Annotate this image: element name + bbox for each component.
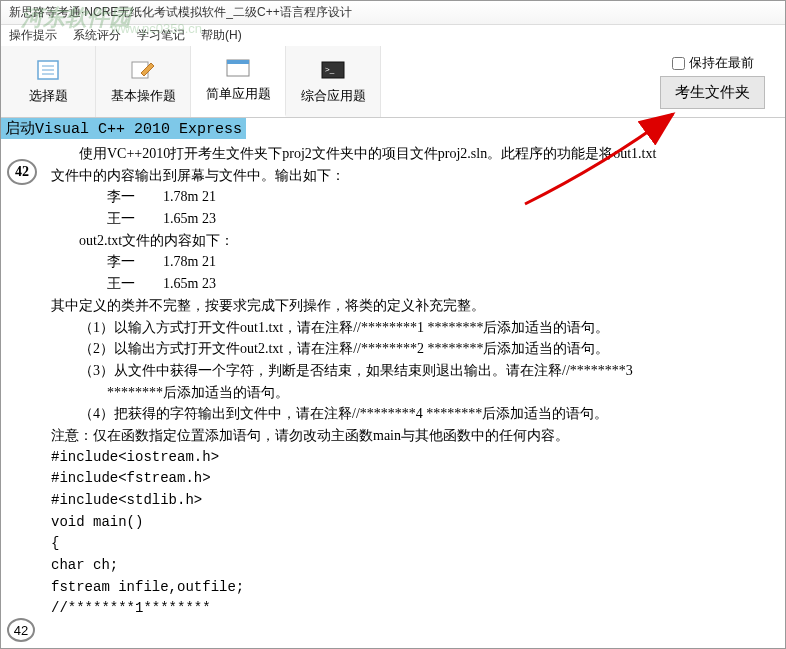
tab-simple[interactable]: 简单应用题 [191, 46, 286, 117]
keep-front-row[interactable]: 保持在最前 [672, 54, 754, 72]
question-body: 42 使用VC++2010打开考生文件夹下proj2文件夹中的项目文件proj2… [1, 139, 785, 618]
top-right-panel: 保持在最前 考生文件夹 [640, 46, 785, 117]
footer-question-number[interactable]: 42 [7, 618, 35, 642]
output-row4: 王一 1.65m 23 [51, 273, 775, 295]
output-row2: 王一 1.65m 23 [51, 208, 775, 230]
tab-choice-label: 选择题 [29, 87, 68, 105]
menubar: 操作提示 系统评分 学习笔记 帮助(H) [1, 25, 785, 46]
question-number-badge: 42 [7, 159, 37, 185]
code-line-5: { [51, 533, 775, 555]
code-line-1: #include<iostream.h> [51, 447, 775, 469]
step-4: （4）把获得的字符输出到文件中，请在注释//********4 ********… [51, 403, 775, 425]
document-icon [34, 59, 62, 81]
output-row3: 李一 1.78m 21 [51, 251, 775, 273]
keep-front-label: 保持在最前 [689, 54, 754, 72]
code-line-2: #include<fstream.h> [51, 468, 775, 490]
menu-system-score[interactable]: 系统评分 [73, 27, 121, 44]
launch-bar[interactable]: 启动Visual C++ 2010 Express [1, 118, 246, 139]
tab-basic-label: 基本操作题 [111, 87, 176, 105]
edit-icon [129, 59, 157, 81]
step-3b: ********后添加适当的语句。 [51, 382, 775, 404]
output-row1: 李一 1.78m 21 [51, 186, 775, 208]
tab-choice[interactable]: 选择题 [1, 46, 96, 117]
menu-help[interactable]: 帮助(H) [201, 27, 242, 44]
out2-label: out2.txt文件的内容如下： [51, 230, 775, 252]
note-line: 注意：仅在函数指定位置添加语句，请勿改动主函数main与其他函数中的任何内容。 [51, 425, 775, 447]
exam-folder-button[interactable]: 考生文件夹 [660, 76, 765, 109]
content-area: 启动Visual C++ 2010 Express 42 使用VC++2010打… [1, 118, 785, 618]
toolbar: 选择题 基本操作题 简单应用题 >_ 综合应用题 保持在最前 考生文件夹 [1, 46, 785, 118]
code-line-7: fstream infile,outfile; [51, 577, 775, 599]
intro-line1: 使用VC++2010打开考生文件夹下proj2文件夹中的项目文件proj2.sl… [51, 143, 775, 165]
menu-study-notes[interactable]: 学习笔记 [137, 27, 185, 44]
terminal-icon: >_ [319, 59, 347, 81]
tab-simple-label: 简单应用题 [206, 85, 271, 103]
keep-front-checkbox[interactable] [672, 57, 685, 70]
step-3a: （3）从文件中获得一个字符，判断是否结束，如果结束则退出输出。请在注释//***… [51, 360, 775, 382]
tab-basic[interactable]: 基本操作题 [96, 46, 191, 117]
step-1: （1）以输入方式打开文件out1.txt，请在注释//********1 ***… [51, 317, 775, 339]
intro-line2: 文件中的内容输出到屏幕与文件中。输出如下： [51, 165, 775, 187]
tab-composite-label: 综合应用题 [301, 87, 366, 105]
code-line-4: void main() [51, 512, 775, 534]
tab-composite[interactable]: >_ 综合应用题 [286, 46, 381, 117]
menu-tip[interactable]: 操作提示 [9, 27, 57, 44]
window-icon [224, 57, 252, 79]
code-line-6: char ch; [51, 555, 775, 577]
window-title: 新思路等考通·NCRE无纸化考试模拟软件_二级C++语言程序设计 [9, 5, 352, 19]
svg-text:>_: >_ [325, 65, 335, 74]
svg-rect-6 [227, 60, 249, 64]
step-2: （2）以输出方式打开文件out2.txt，请在注释//********2 ***… [51, 338, 775, 360]
code-line-8: //********1******** [51, 598, 775, 618]
window-titlebar: 新思路等考通·NCRE无纸化考试模拟软件_二级C++语言程序设计 [1, 1, 785, 25]
class-incomplete-line: 其中定义的类并不完整，按要求完成下列操作，将类的定义补充完整。 [51, 295, 775, 317]
code-line-3: #include<stdlib.h> [51, 490, 775, 512]
footer: 42 [7, 618, 35, 642]
